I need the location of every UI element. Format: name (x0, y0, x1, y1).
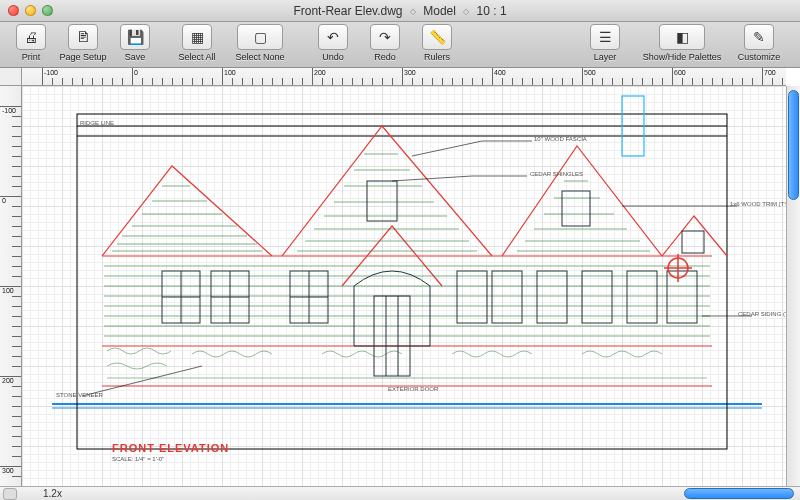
drawing-content: FRONT ELEVATION SCALE: 1/4" = 1'-0" 10" … (22, 86, 786, 486)
drawing-title: FRONT ELEVATION (112, 442, 229, 454)
select-none-button[interactable]: ▢ Select None (224, 24, 296, 62)
callout-trim: 1x6 WOOD TRIM (TYP) (730, 201, 786, 207)
elevation-svg (22, 86, 786, 486)
svg-rect-53 (367, 181, 397, 221)
tab-name: Model (423, 4, 456, 18)
svg-rect-44 (457, 271, 487, 323)
close-icon[interactable] (8, 5, 19, 16)
select-none-icon: ▢ (237, 24, 283, 50)
select-all-icon: ▦ (182, 24, 212, 50)
print-button[interactable]: 🖨 Print (6, 24, 56, 62)
svg-rect-54 (562, 191, 590, 226)
svg-rect-55 (682, 231, 704, 253)
floppy-icon: 💾 (120, 24, 150, 50)
window-titlebar: Front-Rear Elev.dwg ◇ Model ◇ 10 : 1 (0, 0, 800, 22)
drawing-canvas[interactable]: FRONT ELEVATION SCALE: 1/4" = 1'-0" 10" … (22, 86, 786, 486)
callout-shingle: CEDAR SHINGLES (530, 171, 583, 177)
rulers-button[interactable]: 📏 Rulers (412, 24, 462, 62)
ruler-origin[interactable] (0, 68, 22, 86)
printer-icon: 🖨 (16, 24, 46, 50)
undo-icon: ↶ (318, 24, 348, 50)
page-icon: 🖹 (68, 24, 98, 50)
ruler-vertical[interactable]: -1000100200300 (0, 86, 22, 486)
file-name: Front-Rear Elev.dwg (293, 4, 402, 18)
palettes-button[interactable]: ◧ Show/Hide Palettes (632, 24, 732, 62)
page-setup-button[interactable]: 🖹 Page Setup (58, 24, 108, 62)
drawing-scale-note: SCALE: 1/4" = 1'-0" (112, 456, 164, 462)
scroll-thumb-v[interactable] (788, 90, 799, 200)
svg-rect-45 (492, 271, 522, 323)
layer-button[interactable]: ☰ Layer (580, 24, 630, 62)
layers-icon: ☰ (590, 24, 620, 50)
svg-rect-2 (77, 114, 727, 449)
zoom-stepper[interactable] (3, 488, 17, 500)
scroll-thumb-h[interactable] (684, 488, 794, 499)
undo-button[interactable]: ↶ Undo (308, 24, 358, 62)
status-bar: 1.2x (0, 486, 800, 500)
zoom-icon[interactable] (42, 5, 53, 16)
window-title: Front-Rear Elev.dwg ◇ Model ◇ 10 : 1 (0, 4, 800, 18)
palette-icon: ◧ (659, 24, 705, 50)
svg-rect-48 (627, 271, 657, 323)
callout-stone: STONE VENEER (56, 392, 103, 398)
scrollbar-horizontal[interactable] (62, 487, 800, 500)
toolbar: 🖨 Print 🖹 Page Setup 💾 Save ▦ Select All… (0, 22, 800, 68)
redo-icon: ↷ (370, 24, 400, 50)
customize-icon: ✎ (744, 24, 774, 50)
callout-door: EXTERIOR DOOR (388, 386, 438, 392)
scale-readout: 10 : 1 (477, 4, 507, 18)
save-button[interactable]: 💾 Save (110, 24, 160, 62)
svg-rect-46 (537, 271, 567, 323)
ruler-icon: 📏 (422, 24, 452, 50)
callout-fascia: 10" WOOD FASCIA (534, 136, 587, 142)
traffic-lights (8, 5, 53, 16)
redo-button[interactable]: ↷ Redo (360, 24, 410, 62)
callout-siding: CEDAR SIDING (TYP) (738, 311, 786, 317)
customize-button[interactable]: ✎ Customize (734, 24, 784, 62)
svg-rect-47 (582, 271, 612, 323)
scrollbar-vertical[interactable] (786, 86, 800, 486)
svg-line-61 (392, 176, 472, 181)
ruler-horizontal[interactable]: -1000100200300400500600700 (22, 68, 786, 86)
select-all-button[interactable]: ▦ Select All (172, 24, 222, 62)
callout-ridge: RIDGE LINE (80, 120, 114, 126)
zoom-readout: 1.2x (43, 488, 62, 499)
minimize-icon[interactable] (25, 5, 36, 16)
svg-rect-49 (667, 271, 697, 323)
svg-line-59 (412, 141, 482, 156)
